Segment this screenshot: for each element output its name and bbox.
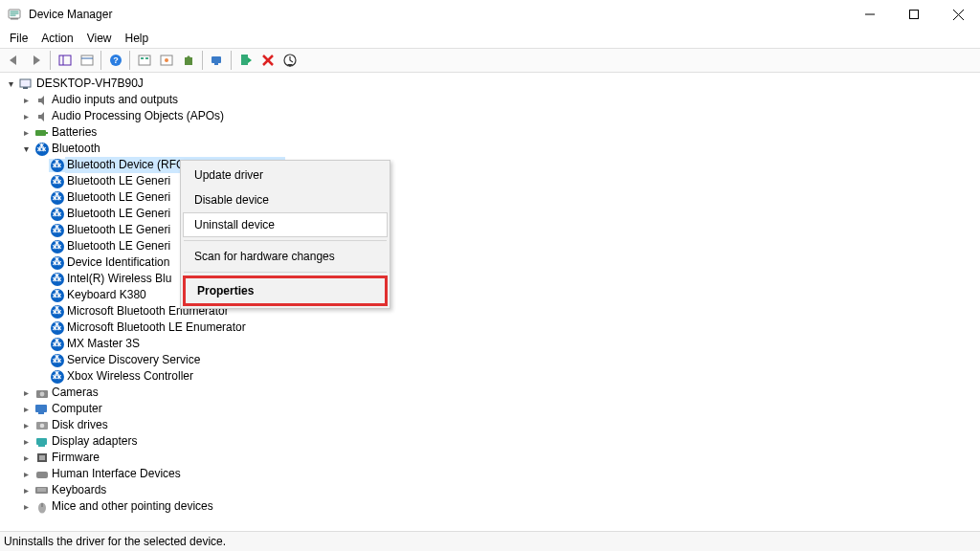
expand-icon[interactable]: ▾ <box>3 76 18 92</box>
menu-action[interactable]: Action <box>34 30 79 47</box>
bluetooth-icon: ⁂ <box>49 321 65 335</box>
expand-icon[interactable]: ▸ <box>18 401 33 417</box>
tree-root-row[interactable]: ▾ DESKTOP-VH7B90J <box>3 76 980 92</box>
scan-hardware-toolbar-button[interactable] <box>206 50 228 71</box>
tree-device-row[interactable]: ⁂Device Identification <box>3 254 980 271</box>
tree-device-row[interactable]: ⁂Xbox Wireless Controller <box>3 368 980 385</box>
tree-category-row[interactable]: ▸Computer <box>3 401 980 417</box>
tree-item-label: Xbox Wireless Controller <box>65 368 195 385</box>
disable-device-toolbar-button[interactable] <box>278 50 301 71</box>
uninstall-toolbar-button[interactable] <box>256 50 278 71</box>
tree-category-row[interactable]: ▸Display adapters <box>3 433 980 450</box>
expand-icon[interactable]: ▸ <box>18 385 33 401</box>
svg-rect-37 <box>36 438 47 445</box>
tree-category-bluetooth[interactable]: ▾ ⁂ Bluetooth <box>3 141 980 157</box>
expand-icon[interactable]: ▸ <box>18 450 33 466</box>
ctx-properties[interactable]: Properties <box>183 276 388 306</box>
tree-item-label: Service Discovery Service <box>65 352 202 368</box>
bluetooth-icon: ⁂ <box>49 338 65 351</box>
window-controls <box>848 0 980 29</box>
tree-device-row[interactable]: ⁂Microsoft Bluetooth Enumerator <box>3 303 980 320</box>
ctx-separator <box>184 240 387 241</box>
tree-item-label: Bluetooth LE Generi <box>65 238 172 254</box>
tree-device-row[interactable]: ⁂Microsoft Bluetooth LE Enumerator <box>3 320 980 336</box>
tree-category-row[interactable]: ▸ Batteries <box>3 124 980 141</box>
mouse-icon <box>33 500 50 514</box>
expand-icon[interactable]: ▸ <box>18 433 33 450</box>
maximize-button[interactable] <box>892 0 936 29</box>
svg-rect-16 <box>141 57 144 59</box>
tree-device-row-selected[interactable]: ⁂ Bluetooth Device (RFCOMM Protocol TDI) <box>3 157 980 173</box>
device-tree[interactable]: ▾ DESKTOP-VH7B90J ▸ Audio inputs and out… <box>0 73 980 531</box>
tree-device-row[interactable]: ⁂Bluetooth LE Generi <box>3 189 980 206</box>
show-hide-tree-button[interactable] <box>54 50 76 71</box>
svg-rect-33 <box>35 405 47 412</box>
tree-category-row[interactable]: ▸Disk drives <box>3 417 980 433</box>
tree-device-row[interactable]: ⁂Service Discovery Service <box>3 352 980 368</box>
tree-device-row[interactable]: ⁂Intel(R) Wireless Blu <box>3 271 980 287</box>
app-icon <box>7 7 22 22</box>
tree-item-label: Computer <box>50 401 104 417</box>
tree-item-label: Bluetooth <box>50 141 102 157</box>
tree-category-row[interactable]: ▸Cameras <box>3 385 980 401</box>
ctx-uninstall-device[interactable]: Uninstall device <box>183 212 388 237</box>
svg-rect-9 <box>59 55 71 65</box>
tree-device-row[interactable]: ⁂Bluetooth LE Generi <box>3 222 980 238</box>
collapse-icon[interactable]: ▾ <box>18 141 33 157</box>
toolbar: ? <box>0 48 980 73</box>
back-button[interactable] <box>3 50 25 71</box>
tree-device-row[interactable]: ⁂MX Master 3S <box>3 336 980 352</box>
expand-icon[interactable]: ▸ <box>18 482 33 498</box>
tree-category-row[interactable]: ▸Human Interface Devices <box>3 466 980 482</box>
tree-device-row[interactable]: ⁂Bluetooth LE Generi <box>3 173 980 189</box>
expand-icon[interactable]: ▸ <box>18 466 33 482</box>
tree-device-row[interactable]: ⁂Bluetooth LE Generi <box>3 238 980 254</box>
svg-rect-21 <box>212 56 221 63</box>
bluetooth-icon: ⁂ <box>49 159 65 172</box>
computer-icon <box>33 403 50 415</box>
action-toolbar-button-1[interactable] <box>133 50 155 71</box>
tree-category-row[interactable]: ▸ Audio inputs and outputs <box>3 92 980 108</box>
status-text: Uninstalls the driver for the selected d… <box>4 535 226 548</box>
audio-processing-icon <box>33 110 50 123</box>
action-toolbar-button-2[interactable] <box>155 50 177 71</box>
forward-button[interactable] <box>25 50 47 71</box>
toolbar-separator <box>100 51 101 70</box>
toolbar-separator <box>129 51 130 70</box>
ctx-update-driver[interactable]: Update driver <box>183 163 388 187</box>
help-toolbar-button[interactable]: ? <box>104 50 126 71</box>
bluetooth-icon: ⁂ <box>49 208 65 221</box>
tree-category-row[interactable]: ▸Firmware <box>3 450 980 466</box>
tree-category-row[interactable]: ▸ Audio Processing Objects (APOs) <box>3 108 980 124</box>
tree-item-label: Display adapters <box>50 433 139 450</box>
tree-category-row[interactable]: ▸Keyboards <box>3 482 980 498</box>
minimize-button[interactable] <box>848 0 892 29</box>
toolbar-separator <box>202 51 203 70</box>
toolbar-separator <box>50 51 51 70</box>
tree-device-row[interactable]: ⁂Keyboard K380 <box>3 287 980 303</box>
expand-icon[interactable]: ▸ <box>18 498 33 515</box>
tree-item-label: Human Interface Devices <box>50 466 183 482</box>
menu-file[interactable]: File <box>3 30 34 47</box>
expand-icon[interactable]: ▸ <box>18 92 33 108</box>
update-driver-toolbar-button[interactable] <box>177 50 199 71</box>
svg-rect-23 <box>241 55 248 65</box>
bluetooth-icon: ⁂ <box>49 370 65 384</box>
audio-icon <box>33 94 50 107</box>
svg-rect-29 <box>35 130 46 136</box>
ctx-disable-device[interactable]: Disable device <box>183 187 388 212</box>
bluetooth-icon: ⁂ <box>49 289 65 302</box>
ctx-scan-hardware[interactable]: Scan for hardware changes <box>183 244 388 269</box>
menu-view[interactable]: View <box>80 30 119 47</box>
enable-device-toolbar-button[interactable] <box>234 50 256 71</box>
firmware-icon <box>33 452 50 464</box>
menu-help[interactable]: Help <box>119 30 156 47</box>
expand-icon[interactable]: ▸ <box>18 108 33 124</box>
tree-device-row[interactable]: ⁂Bluetooth LE Generi <box>3 206 980 222</box>
expand-icon[interactable]: ▸ <box>18 417 33 433</box>
close-button[interactable] <box>936 0 980 29</box>
properties-toolbar-button[interactable] <box>76 50 98 71</box>
expand-icon[interactable]: ▸ <box>18 124 33 141</box>
svg-rect-20 <box>185 57 192 65</box>
tree-category-row[interactable]: ▸Mice and other pointing devices <box>3 498 980 515</box>
